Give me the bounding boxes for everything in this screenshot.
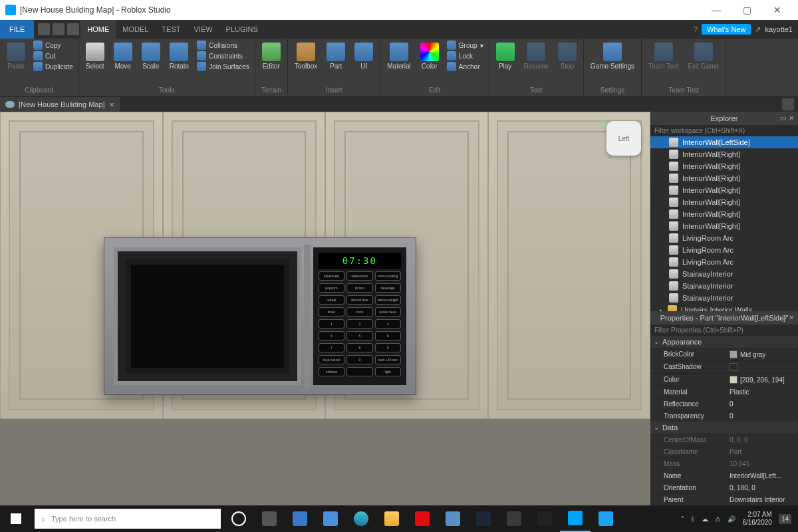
task-calc[interactable] (529, 505, 560, 532)
part-button[interactable]: Part (323, 40, 349, 72)
group-button[interactable]: Group▾ (444, 40, 486, 51)
property-row[interactable]: MaterialPlastic (650, 386, 798, 398)
system-tray[interactable]: ˄ ᛒ ☁ ⚠ 🔊 2:07 AM 6/16/2020 14 (674, 511, 798, 527)
section-appearance[interactable]: Appearance (650, 336, 798, 348)
undock-icon[interactable]: ▭ (780, 114, 786, 122)
viewport-layout-button[interactable] (782, 98, 794, 110)
task-taskview[interactable] (254, 505, 285, 532)
close-panel-button[interactable]: ✕ (789, 114, 794, 122)
qat-redo-icon[interactable] (67, 23, 79, 35)
tab-plugins[interactable]: PLUGINS (219, 20, 265, 39)
file-menu[interactable]: FILE (0, 20, 34, 39)
anchor-button[interactable]: Anchor (444, 61, 486, 72)
cloud-tray-icon[interactable]: ☁ (702, 515, 708, 523)
tree-folder[interactable]: ▸Upstairs Interior Walls (650, 304, 798, 311)
copy-button[interactable]: Copy (31, 40, 76, 51)
tab-model[interactable]: MODEL (116, 20, 155, 39)
tree-item[interactable]: InteriorWall[Right] (650, 148, 798, 160)
task-netflix[interactable] (407, 505, 438, 532)
task-app2[interactable] (499, 505, 529, 532)
taskbar-search[interactable]: ⌕Type here to search (35, 509, 221, 529)
user-label[interactable]: kayotte1 (765, 25, 793, 33)
qat-save-icon[interactable] (38, 23, 50, 35)
property-row[interactable]: ParentDownstairs Interior (650, 493, 798, 505)
explorer-tree[interactable]: InteriorWall[LeftSide]InteriorWall[Right… (650, 136, 798, 311)
bluetooth-icon[interactable]: ᛒ (691, 515, 695, 523)
tab-test[interactable]: TEST (155, 20, 187, 39)
collisions-toggle[interactable]: Collisions (194, 40, 252, 51)
tree-item[interactable]: InteriorWall[Right] (650, 184, 798, 196)
property-row[interactable]: BrickColorMid gray (650, 348, 798, 360)
toolbox-button[interactable]: Toolbox (291, 40, 321, 72)
tree-item[interactable]: InteriorWall[Right] (650, 196, 798, 208)
viewport-3d[interactable]: 07:30 bake/roastbake/micromicro cooking … (0, 112, 650, 505)
cut-button[interactable]: Cut (31, 51, 76, 61)
tree-item[interactable]: LivingRoom Arc (650, 244, 798, 256)
tab-home[interactable]: HOME (80, 20, 116, 39)
join-surfaces-toggle[interactable]: Join Surfaces (194, 61, 252, 72)
whats-new-button[interactable]: What's New (702, 24, 751, 35)
tree-item[interactable]: InteriorWall[Right] (650, 208, 798, 220)
task-steam[interactable] (468, 505, 499, 532)
tree-item[interactable]: LivingRoom Arc (650, 232, 798, 244)
select-button[interactable]: Select (82, 40, 108, 72)
property-row[interactable]: Orientation0, 180, 0 (650, 481, 798, 493)
tree-item[interactable]: InteriorWall[Right] (650, 160, 798, 172)
tree-item[interactable]: StairwayInterior (650, 268, 798, 280)
lock-button[interactable]: Lock (444, 51, 486, 61)
explorer-filter[interactable]: Filter workspace (Ctrl+Shift+X) (650, 125, 798, 136)
property-row[interactable]: NameInteriorWall[Left... (650, 469, 798, 481)
close-panel-button[interactable]: ✕ (789, 314, 794, 321)
property-row[interactable]: CastShadow (650, 360, 798, 373)
duplicate-button[interactable]: Duplicate (31, 61, 76, 72)
qat-undo-icon[interactable] (53, 23, 65, 35)
tree-item[interactable]: StairwayInterior (650, 280, 798, 292)
resume-button[interactable]: Resume (520, 40, 553, 72)
move-button[interactable]: Move (110, 40, 136, 72)
taskbar-clock[interactable]: 2:07 AM 6/16/2020 (742, 511, 772, 527)
exit-game-button[interactable]: Exit Game (684, 40, 723, 72)
task-explorer[interactable] (376, 505, 407, 532)
stop-button[interactable]: Stop (554, 40, 581, 72)
paste-button[interactable]: Paste (3, 40, 29, 72)
close-tab-button[interactable]: ✕ (109, 101, 114, 108)
maximize-button[interactable]: ▢ (732, 5, 762, 15)
tray-up-icon[interactable]: ˄ (681, 515, 684, 523)
close-button[interactable]: ✕ (762, 5, 793, 15)
help-icon[interactable]: ? (694, 25, 698, 33)
color-button[interactable]: Color (416, 40, 443, 72)
tree-item[interactable]: LivingRoom Arc (650, 256, 798, 268)
ui-button[interactable]: UI (350, 40, 377, 72)
start-button[interactable] (0, 505, 32, 532)
task-cortana[interactable] (223, 505, 254, 532)
tab-view[interactable]: VIEW (187, 20, 219, 39)
wifi-icon[interactable]: ⚠ (715, 515, 721, 523)
tree-item[interactable]: InteriorWall[Right] (650, 172, 798, 184)
task-store[interactable] (285, 505, 315, 532)
material-button[interactable]: Material (383, 40, 415, 72)
tree-item[interactable]: InteriorWall[Right] (650, 220, 798, 232)
view-cube[interactable]: Left (606, 121, 641, 156)
share-icon[interactable]: ↗ (755, 25, 761, 34)
task-twitter[interactable] (591, 505, 621, 532)
rotate-button[interactable]: Rotate (166, 40, 193, 72)
task-app1[interactable] (438, 505, 468, 532)
constraints-toggle[interactable]: Constraints (194, 51, 252, 61)
section-data[interactable]: Data (650, 422, 798, 434)
team-test-button[interactable]: Team Test (644, 40, 682, 72)
checkbox[interactable] (730, 363, 737, 371)
tree-item[interactable]: InteriorWall[LeftSide] (650, 136, 798, 148)
minimize-button[interactable]: — (701, 5, 732, 15)
notifications-button[interactable]: 14 (779, 514, 791, 524)
property-row[interactable]: Transparency0 (650, 410, 798, 422)
document-tab[interactable]: [New House Building Map] ✕ (0, 97, 120, 112)
scale-button[interactable]: Scale (138, 40, 164, 72)
task-roblox[interactable] (560, 505, 591, 532)
property-row[interactable]: Reflectance0 (650, 398, 798, 410)
task-mail[interactable] (315, 505, 346, 532)
game-settings-button[interactable]: Game Settings (587, 40, 638, 72)
volume-icon[interactable]: 🔊 (728, 515, 735, 523)
terrain-editor-button[interactable]: Editor (258, 40, 285, 72)
properties-filter[interactable]: Filter Properties (Ctrl+Shift+P) (650, 325, 798, 336)
task-edge[interactable] (346, 505, 376, 532)
